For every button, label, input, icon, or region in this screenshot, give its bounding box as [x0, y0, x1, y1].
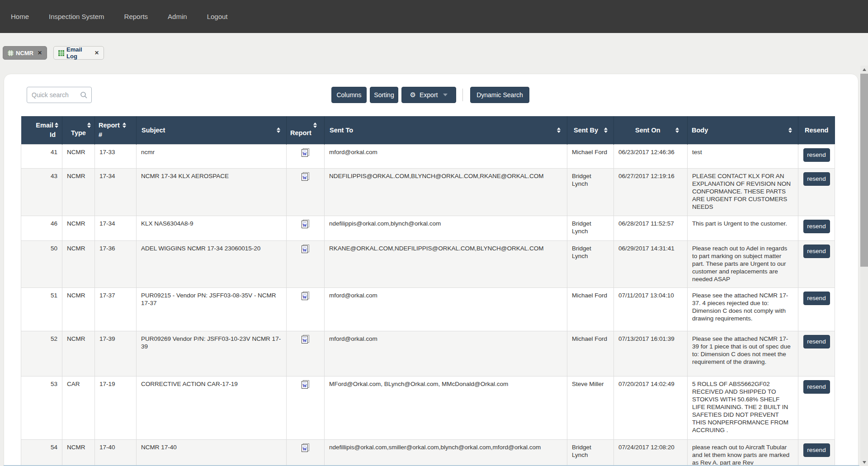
cell-sent-on: 07/11/2017 13:04:10 [614, 287, 688, 331]
cell-sent-by: Michael Ford [567, 287, 614, 331]
cell-sent-to: RKANE@ORKAL.COM,NDEFILIPPIS@ORKAL.COM,BL… [325, 240, 567, 287]
header-email-id[interactable]: Email Id [21, 116, 62, 144]
sort-arrows-icon [788, 127, 792, 133]
sorting-button[interactable]: Sorting [370, 87, 398, 103]
cell-sent-by: Bridget Lynch [567, 439, 614, 466]
word-doc-icon[interactable]: W [302, 220, 309, 229]
dynamic-search-button[interactable]: Dynamic Search [470, 87, 529, 103]
quick-search-input[interactable] [32, 91, 80, 99]
nav-item-logout[interactable]: Logout [207, 13, 228, 20]
cell-sent-by: Bridget Lynch [567, 240, 614, 287]
header-body-label: Body [692, 127, 708, 134]
cell-email-id: 51 [21, 287, 62, 331]
resend-button[interactable]: resend [803, 443, 830, 457]
cell-resend: resend [798, 331, 835, 376]
resend-button[interactable]: resend [803, 148, 830, 162]
cell-sent-on: 07/24/2017 12:08:20 [614, 439, 688, 466]
cell-subject: PUR09269 Vendor P/N: JSFF03-10-23V NCMR … [137, 331, 287, 376]
cell-sent-on: 06/28/2017 11:52:57 [614, 216, 688, 240]
resend-button[interactable]: resend [803, 172, 830, 186]
cell-report-no: 17-39 [95, 331, 137, 376]
resend-button[interactable]: resend [803, 380, 830, 394]
header-sent-to-label: Sent To [330, 127, 353, 134]
word-doc-icon[interactable]: W [302, 172, 309, 181]
table-grid-icon [8, 50, 14, 56]
cell-body: This part is Urgent to the customer. [688, 216, 798, 240]
cell-type: NCMR [62, 287, 95, 331]
header-subject[interactable]: Subject [137, 116, 287, 144]
cell-sent-to: ndefillipis@orkal.com,smiller@orkal.com,… [325, 439, 567, 466]
cell-report-no: 17-34 [95, 168, 137, 216]
cell-report-no: 17-33 [95, 144, 137, 168]
cell-body: PLEASE CONTACT KLX FOR AN EXPLANATION OF… [688, 168, 798, 216]
columns-button[interactable]: Columns [331, 87, 367, 103]
word-doc-icon[interactable]: W [302, 292, 309, 301]
resend-button[interactable]: resend [803, 292, 830, 305]
tab-ncmr[interactable]: NCMR ✕ [3, 46, 47, 60]
resend-button[interactable]: resend [803, 245, 830, 258]
cell-resend: resend [798, 216, 835, 240]
table-row: 52 NCMR 17-39 PUR09269 Vendor P/N: JSFF0… [21, 331, 835, 376]
cell-report-no: 17-19 [95, 376, 137, 439]
cell-subject: NCMR 17-34 KLX AEROSPACE [137, 168, 287, 216]
cell-sent-to: MFord@Orkal.com, BLynch@Orkal.com, MMcDo… [325, 376, 567, 439]
cell-resend: resend [798, 439, 835, 466]
quick-search-box [27, 87, 92, 103]
scroll-down-arrow[interactable] [860, 458, 868, 466]
close-icon[interactable]: ✕ [94, 50, 99, 56]
cell-resend: resend [798, 287, 835, 331]
nav-item-reports[interactable]: Reports [124, 13, 148, 20]
nav-item-inspection-system[interactable]: Inspection System [49, 13, 104, 20]
svg-text:W: W [302, 151, 307, 156]
sort-arrows-icon [55, 122, 58, 128]
svg-text:W: W [302, 295, 307, 300]
cell-resend: resend [798, 376, 835, 439]
header-report[interactable]: Report [287, 116, 325, 144]
scrollbar-thumb[interactable] [860, 74, 868, 267]
cell-email-id: 54 [21, 439, 62, 466]
scroll-up-arrow[interactable] [860, 66, 868, 73]
word-doc-icon[interactable]: W [302, 335, 309, 344]
table-row: 50 NCMR 17-36 ADEL WIGGINS NCMR 17-34 23… [21, 240, 835, 287]
toolbar-divider [462, 89, 463, 101]
cell-resend: resend [798, 240, 835, 287]
cell-body: Please reach out to Adel in regards to p… [688, 240, 798, 287]
cell-sent-to: mford@orkal.com [325, 287, 567, 331]
header-type[interactable]: Type [62, 116, 95, 144]
header-body[interactable]: Body [688, 116, 798, 144]
word-doc-icon[interactable]: W [302, 443, 309, 452]
cell-subject: ADEL WIGGINS NCMR 17-34 23060015-20 [137, 240, 287, 287]
resend-button[interactable]: resend [803, 220, 830, 233]
header-email-id-label2: Id [50, 131, 56, 139]
cell-email-id: 52 [21, 331, 62, 376]
cell-subject: NCMR 17-40 [137, 439, 287, 466]
word-doc-icon[interactable]: W [302, 148, 309, 157]
header-sent-by[interactable]: Sent By [567, 116, 614, 144]
sort-arrows-icon [313, 122, 317, 128]
cell-sent-to: ndefilippis@orkal.com,blynch@orkal.com [325, 216, 567, 240]
export-button[interactable]: ⚙ Export [401, 87, 456, 103]
resend-button[interactable]: resend [803, 335, 830, 348]
cell-report-attachment: W [287, 168, 325, 216]
svg-text:W: W [302, 175, 307, 180]
cell-type: NCMR [62, 439, 95, 466]
header-report-no[interactable]: Report # [95, 116, 137, 144]
table-row: 53 CAR 17-19 CORRECTIVE ACTION CAR-17-19… [21, 376, 835, 439]
cell-email-id: 53 [21, 376, 62, 439]
word-doc-icon[interactable]: W [302, 245, 309, 254]
tab-ncmr-label: NCMR [16, 50, 33, 56]
nav-item-admin[interactable]: Admin [168, 13, 187, 20]
cell-body: 5 ROLLS OF ABS5662GF02 RECEIVED AND SHIP… [688, 376, 798, 439]
word-doc-icon[interactable]: W [302, 380, 309, 389]
header-sent-to[interactable]: Sent To [325, 116, 567, 144]
chevron-down-icon [443, 94, 448, 96]
nav-item-home[interactable]: Home [11, 13, 29, 20]
close-icon[interactable]: ✕ [38, 50, 42, 56]
cell-type: NCMR [62, 331, 95, 376]
header-sent-on[interactable]: Sent On [614, 116, 688, 144]
cell-body: test [688, 144, 798, 168]
table-row: 54 NCMR 17-40 NCMR 17-40 W ndefillipis@o… [21, 439, 835, 466]
tab-email-log[interactable]: Email Log ✕ [53, 46, 104, 60]
cell-report-attachment: W [287, 240, 325, 287]
cell-sent-on: 07/13/2017 16:01:39 [614, 331, 688, 376]
